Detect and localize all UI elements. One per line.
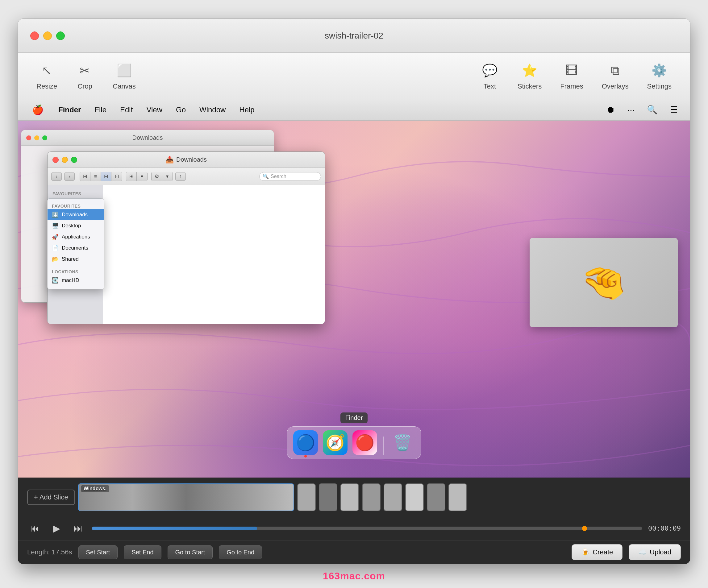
- play-pause-btn[interactable]: ▶: [49, 521, 64, 536]
- go-to-start-button[interactable]: Go to Start: [168, 546, 213, 559]
- view-column-btn[interactable]: ⊟: [101, 172, 111, 181]
- go-to-end-playback-btn[interactable]: ⏭: [70, 521, 86, 536]
- slice-strip-5[interactable]: [362, 484, 381, 511]
- create-button[interactable]: 🍺 Create: [571, 544, 622, 560]
- edit-menu[interactable]: Edit: [113, 103, 140, 117]
- settings-icon: ⚙️: [650, 61, 669, 80]
- view-dropdown-btn[interactable]: ▾: [137, 172, 147, 181]
- dock-trash[interactable]: 🗑️: [390, 430, 415, 455]
- crop-icon: ✂: [76, 61, 94, 80]
- maximize-button[interactable]: [56, 31, 65, 40]
- help-menu[interactable]: Help: [232, 103, 261, 117]
- bg-max-btn[interactable]: [42, 135, 47, 141]
- dropdown-item-applications[interactable]: 🚀 Applications: [48, 231, 104, 243]
- thumbnail-preview: 🤏: [530, 238, 678, 327]
- menu-bar: 🍎 Finder File Edit View Go Window Help ⏺…: [18, 99, 690, 121]
- finder-close-btn[interactable]: [53, 157, 59, 163]
- toolbar: ⤡ Resize ✂ Crop ⬜ Canvas 💬 Text ⭐ Sticke…: [18, 53, 690, 99]
- stickers-icon: ⭐: [520, 61, 539, 80]
- upload-button[interactable]: ☁️ Upload: [629, 544, 681, 560]
- window-menu[interactable]: Window: [193, 103, 232, 117]
- dropdown-item-desktop[interactable]: 🖥️ Desktop: [48, 220, 104, 231]
- finder-bg-titlebar: Downloads: [21, 130, 274, 146]
- slice-strip-2[interactable]: [297, 484, 316, 511]
- favourites-dropdown: Favourites ⬇️ Downloads 🖥️ Desktop 🚀 App…: [47, 198, 104, 289]
- dropdown-favourites-label: Favourites: [48, 202, 104, 209]
- dropdown-item-shared[interactable]: 📂 Shared: [48, 254, 104, 265]
- create-icon: 🍺: [581, 548, 589, 556]
- record-icon: ⏺: [603, 103, 618, 117]
- toolbar-crop[interactable]: ✂ Crop: [76, 61, 94, 90]
- text-icon: 💬: [480, 61, 499, 80]
- slice-strip-6[interactable]: [384, 484, 402, 511]
- dropdown-desktop-icon: 🖥️: [52, 222, 59, 229]
- action-gear-btn[interactable]: ⚙: [151, 172, 162, 181]
- apple-menu[interactable]: 🍎: [27, 102, 49, 118]
- set-end-button[interactable]: Set End: [124, 546, 161, 559]
- toolbar-settings[interactable]: ⚙️ Settings: [647, 61, 672, 90]
- bg-close-btn[interactable]: [26, 135, 31, 141]
- finder-back-btn[interactable]: ‹: [51, 172, 62, 181]
- toolbar-stickers[interactable]: ⭐ Stickers: [518, 61, 542, 90]
- slice-strip-4[interactable]: [341, 484, 359, 511]
- length-label: Length: 17.56s: [27, 548, 72, 556]
- action-dropdown-btn[interactable]: ▾: [162, 172, 173, 181]
- view-gallery-btn[interactable]: ⊡: [111, 172, 122, 181]
- frames-label: Frames: [560, 82, 583, 90]
- timeline-area: + Add Slice Windows. ⏮ ▶ ⏭ 00:00:09: [18, 477, 690, 564]
- dropdown-applications-label: Applications: [62, 234, 90, 240]
- dropdown-item-downloads[interactable]: ⬇️ Downloads: [48, 209, 104, 220]
- toolbar-resize[interactable]: ⤡ Resize: [36, 61, 57, 90]
- bg-min-btn[interactable]: [34, 135, 39, 141]
- dropdown-shared-label: Shared: [62, 256, 79, 262]
- finder-search[interactable]: 🔍 Search: [259, 172, 321, 181]
- window-title: swish-trailer-02: [325, 31, 383, 41]
- go-menu[interactable]: Go: [169, 103, 193, 117]
- view-buttons: ⊞ ≡ ⊟ ⊡: [80, 172, 122, 181]
- search-icon[interactable]: 🔍: [644, 103, 661, 117]
- share-btn[interactable]: ↑: [175, 172, 186, 181]
- toolbar-frames[interactable]: 🎞 Frames: [560, 61, 583, 90]
- finder-min-btn[interactable]: [62, 157, 68, 163]
- file-menu[interactable]: File: [88, 103, 113, 117]
- upload-icon: ☁️: [638, 548, 647, 556]
- footer: 163mac.com: [317, 564, 391, 588]
- view-menu[interactable]: View: [140, 103, 169, 117]
- finder-menu[interactable]: Finder: [52, 103, 88, 117]
- go-to-end-button[interactable]: Go to End: [219, 546, 262, 559]
- dropdown-item-documents[interactable]: 📄 Documents: [48, 243, 104, 254]
- dock-flickr[interactable]: 🔴: [352, 430, 377, 455]
- set-start-button[interactable]: Set Start: [79, 546, 118, 559]
- playback-controls: ⏮ ▶ ⏭ 00:00:09: [18, 517, 690, 540]
- list-icon[interactable]: ☰: [667, 103, 681, 117]
- finder-title: 📥 Downloads: [166, 156, 207, 164]
- dropdown-item-machd[interactable]: 💽 macHD: [48, 275, 104, 286]
- toolbar-overlays[interactable]: ⧉ Overlays: [602, 61, 629, 90]
- minimize-button[interactable]: [43, 31, 52, 40]
- finder-max-btn[interactable]: [71, 157, 77, 163]
- slice-strip-8[interactable]: [427, 484, 445, 511]
- more-icon[interactable]: ···: [624, 103, 638, 117]
- toolbar-text[interactable]: 💬 Text: [480, 61, 499, 90]
- view-list-btn[interactable]: ≡: [90, 172, 101, 181]
- canvas-label: Canvas: [113, 82, 136, 90]
- finder-forward-btn[interactable]: ›: [64, 172, 75, 181]
- slice-strip-7[interactable]: [405, 484, 424, 511]
- dock-finder[interactable]: 🔵: [293, 430, 318, 455]
- dropdown-downloads-label: Downloads: [62, 212, 88, 218]
- canvas-icon: ⬜: [115, 61, 134, 80]
- close-button[interactable]: [30, 31, 39, 40]
- view-cover-btn[interactable]: ⊞: [126, 172, 137, 181]
- slice-strip-3[interactable]: [319, 484, 337, 511]
- add-slice-button[interactable]: + Add Slice: [27, 490, 75, 505]
- slice-strip-9[interactable]: [448, 484, 467, 511]
- search-icon: 🔍: [263, 174, 269, 179]
- go-to-start-playback-btn[interactable]: ⏮: [27, 521, 42, 536]
- progress-bar[interactable]: [92, 527, 642, 530]
- slice-strip-main[interactable]: Windows.: [78, 484, 294, 511]
- view-icon-btn[interactable]: ⊞: [80, 172, 90, 181]
- dock-safari[interactable]: 🧭: [323, 430, 348, 455]
- dock-dot-finder: [304, 455, 307, 458]
- toolbar-canvas[interactable]: ⬜ Canvas: [113, 61, 136, 90]
- sidebar-favourites-label: Favourites: [48, 189, 103, 197]
